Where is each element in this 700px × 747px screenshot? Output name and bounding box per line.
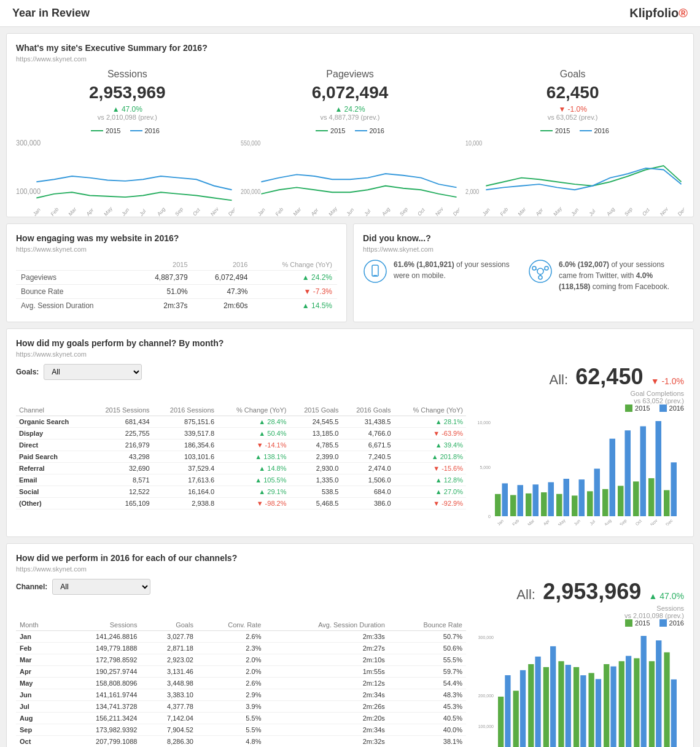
- goals-table-wrap: Channel 2015 Sessions 2016 Sessions % Ch…: [16, 404, 466, 527]
- svg-text:Mar: Mar: [292, 206, 302, 217]
- ch-bar-2016: [566, 665, 571, 747]
- g2016: 1,506.0: [341, 474, 394, 486]
- channel-name: Display: [16, 428, 88, 439]
- ch-bar-2016: [596, 679, 601, 747]
- svg-rect-44: [373, 275, 377, 276]
- g2015: 2,399.0: [289, 451, 341, 463]
- g2016: 4,766.0: [341, 428, 394, 439]
- svg-text:Jul: Jul: [588, 207, 597, 217]
- executive-summary-card: What's my site's Executive Summary for 2…: [6, 33, 694, 217]
- goals-summary-completions: Goal Completions: [550, 390, 684, 397]
- svg-text:Jun: Jun: [346, 206, 356, 217]
- g2016: 7,240.5: [341, 451, 394, 463]
- table-row: Jan 141,246.8816 3,027.78 2.6% 2m:33s 50…: [16, 631, 466, 643]
- goals-chart-wrap: 2015 2016 10,000 2,000 Jan Feb Mar Apr M…: [465, 127, 684, 207]
- bar-blue-swatch: [659, 404, 667, 412]
- metric-name: Avg. Session Duration: [16, 299, 133, 313]
- channel-perf-title: How did we perform in 2016 for each of o…: [16, 553, 684, 563]
- svg-text:300,000: 300,000: [16, 138, 41, 147]
- duration: 2m:33s: [265, 631, 388, 643]
- svg-point-48: [545, 266, 548, 270]
- channel-name: (Other): [16, 498, 88, 509]
- gc: ▲ 12.8%: [394, 474, 467, 486]
- sc: ▼ -98.2%: [217, 498, 289, 509]
- ch-bar-blue-swatch: [659, 619, 667, 627]
- month: Feb: [16, 643, 60, 654]
- svg-text:Sep: Sep: [399, 206, 408, 217]
- ch-bar-2015: [558, 661, 564, 747]
- conv: 2.0%: [197, 666, 265, 678]
- goals-summary: All: 62,450 ▼ -1.0% Goal Completions vs …: [550, 364, 684, 404]
- duration: 2m:26s: [265, 701, 388, 713]
- svg-text:10,000: 10,000: [478, 420, 491, 425]
- pv-legend-blue: [355, 130, 367, 131]
- legend-2015: 2015: [91, 127, 120, 134]
- svg-text:5,000: 5,000: [480, 465, 491, 470]
- did-you-know-card: Did you know...? https://www.skynet.com …: [353, 223, 694, 322]
- sc: ▼ -14.1%: [217, 439, 289, 451]
- svg-text:May: May: [328, 205, 338, 217]
- goals-data-table: Channel 2015 Sessions 2016 Sessions % Ch…: [16, 404, 466, 509]
- goals: 3,383.10: [141, 689, 197, 701]
- goals: 4,377.78: [141, 701, 197, 713]
- svg-rect-43: [372, 265, 378, 276]
- s2015: 32,690: [88, 463, 152, 474]
- goals-label: Goals: [467, 69, 678, 80]
- table-row: Aug 156,211.3424 7,142.04 5.5% 2m:20s 40…: [16, 713, 466, 724]
- month: Apr: [16, 666, 60, 678]
- g2015: 13,185.0: [289, 428, 341, 439]
- sessions: 173,982.9392: [60, 724, 141, 736]
- g-legend-green: [540, 130, 553, 131]
- duration: 1m:55s: [265, 666, 388, 678]
- exec-summary-title: What's my site's Executive Summary for 2…: [16, 43, 684, 53]
- gc: ▲ 39.4%: [394, 439, 467, 451]
- conv: 5.5%: [197, 724, 265, 736]
- ch-bar-2015: [528, 664, 534, 747]
- svg-text:2,000: 2,000: [465, 188, 480, 195]
- table-row: Sep 173,982.9392 7,904.52 5.5% 2m:34s 40…: [16, 724, 466, 736]
- svg-text:Mar: Mar: [527, 518, 535, 525]
- channel-dropdown[interactable]: All: [52, 579, 150, 595]
- goals-channel-url: https://www.skynet.com: [16, 350, 684, 358]
- month: Sep: [16, 724, 60, 736]
- bar-2015: [526, 493, 532, 516]
- duration-col: Avg. Session Duration: [265, 619, 388, 631]
- pv-legend-2016: 2016: [355, 127, 384, 134]
- goals-change: ▼ -1.0%: [467, 105, 678, 114]
- svg-text:Mar: Mar: [68, 206, 77, 217]
- legend-blue-line: [130, 130, 142, 131]
- svg-text:Mar: Mar: [517, 206, 527, 217]
- svg-text:Dec: Dec: [677, 205, 684, 217]
- goals-dropdown[interactable]: All: [44, 364, 142, 380]
- svg-text:Aug: Aug: [156, 206, 166, 217]
- svg-text:Apr: Apr: [535, 206, 544, 217]
- dyk-mobile-text: 61.6% (1,801,921) of your sessions were …: [394, 259, 519, 281]
- bar-2016: [518, 485, 524, 516]
- channel-name: Email: [16, 474, 88, 486]
- channel-name: Organic Search: [16, 416, 88, 428]
- goals-metric: Goals 62,450 ▼ -1.0% vs 63,052 (prev.): [461, 69, 684, 121]
- goals-summary-prefix: All: 62,450 ▼ -1.0%: [550, 364, 684, 390]
- table-row: Feb 149,779.1888 2,871.18 2.3% 2m:27s 50…: [16, 643, 466, 654]
- bar-2015: [510, 495, 516, 516]
- legend-green-line: [91, 130, 103, 131]
- goals-summary-value: 62,450: [575, 364, 643, 389]
- ch-bar-2016: [671, 679, 677, 747]
- metric-2016: 2m:60s: [193, 299, 253, 313]
- svg-text:0: 0: [488, 514, 491, 519]
- sessions: 207,799.1088: [60, 736, 141, 747]
- channel-main: Month Sessions Goals Conv. Rate Avg. Ses…: [16, 619, 684, 747]
- pageviews-change-arrow: ▲: [335, 105, 342, 114]
- g2015: 2,930.0: [289, 463, 341, 474]
- pv-legend-green: [316, 130, 328, 131]
- ch-bar-2016: [580, 675, 586, 747]
- channel-name: Social: [16, 486, 88, 498]
- svg-text:May: May: [558, 518, 567, 525]
- svg-point-46: [537, 268, 543, 274]
- col-s2016: 2016 Sessions: [153, 404, 217, 416]
- ch-bar-legend-2016: 2016: [659, 619, 684, 627]
- sessions-change-arrow: ▲: [112, 105, 120, 114]
- svg-text:Jul: Jul: [139, 207, 147, 217]
- s2016: 875,151.6: [153, 416, 217, 428]
- channel-bar-chart-wrap: 2015 2016 300,000200,000100,0000JanFebMa…: [475, 619, 684, 747]
